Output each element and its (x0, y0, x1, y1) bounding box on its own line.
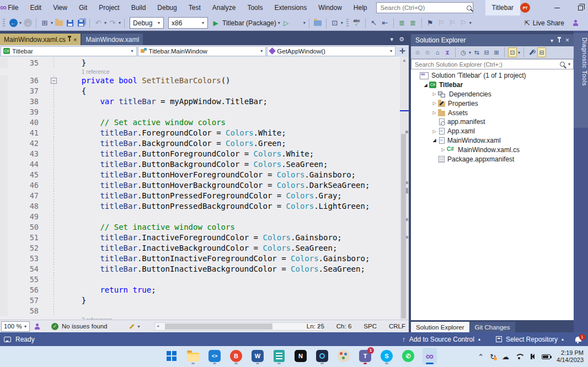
code-line-50[interactable]: 50 // Set inactive window colors (0, 222, 400, 233)
menu-test[interactable]: Test (189, 4, 201, 12)
toolbar-grip[interactable] (346, 19, 349, 28)
line-ending-indicator[interactable]: CRLF (389, 323, 405, 330)
next-bookmark-button[interactable]: ⚐ (447, 18, 457, 28)
tab-mainwindow-xaml-cs[interactable]: MainWindow.xaml.cs × (0, 34, 81, 45)
menu-view[interactable]: View (53, 4, 67, 12)
clear-bookmarks-button[interactable]: ⚐ (458, 18, 468, 28)
menu-debug[interactable]: Debug (157, 4, 177, 12)
visual-studio-icon[interactable]: ∞ (423, 348, 437, 364)
code-line-39[interactable]: 39 (0, 107, 400, 117)
member-dropdown[interactable]: GetAppWindow()▾ (267, 46, 395, 56)
tree-item-package-appxmanifest[interactable]: Package.appxmanifest (411, 154, 574, 164)
notifications-bell-icon[interactable]: 1 (575, 337, 581, 342)
code-line-55[interactable]: 55 (0, 274, 400, 285)
tree-item-assets[interactable]: ▷Assets (411, 108, 574, 117)
battery-icon[interactable] (542, 354, 550, 359)
menu-edit[interactable]: Edit (30, 4, 41, 12)
start-debugging-button[interactable]: ▶ (211, 18, 221, 28)
issues-status[interactable]: No issues found (62, 323, 107, 330)
tree-item-mainwindow-xaml[interactable]: ◢MainWindow.xaml (411, 136, 574, 145)
close-panel-icon[interactable]: × (565, 36, 569, 44)
redo-button[interactable]: ↷ (108, 18, 117, 28)
open-file-button[interactable] (54, 18, 64, 28)
split-window-button[interactable]: ✛ (397, 47, 408, 55)
code-line-53[interactable]: 53 titleBar.ButtonInactiveForegroundColo… (0, 253, 400, 264)
quick-search-input[interactable] (379, 4, 467, 12)
tab-mainwindow-xaml[interactable]: MainWindow.xaml (82, 34, 143, 45)
toolbar-grip[interactable] (3, 19, 5, 28)
line-indicator[interactable]: Ln: 25 (307, 323, 324, 330)
menu-help[interactable]: Help (354, 4, 367, 12)
tab-diagnostic-tools[interactable]: Diagnostic Tools (574, 33, 588, 128)
close-tab-icon[interactable]: × (73, 36, 77, 43)
send-feedback-button[interactable] (570, 18, 580, 28)
redo-dropdown[interactable]: ▾ (119, 20, 121, 25)
skype-icon[interactable]: S (379, 348, 394, 364)
undo-dropdown[interactable]: ▾ (104, 20, 106, 25)
menu-tools[interactable]: Tools (247, 4, 263, 12)
run-target-dropdown[interactable]: ▾ (278, 20, 280, 25)
project-dropdown[interactable]: Titlebar▾ (1, 46, 137, 56)
code-line-43[interactable]: 43 titleBar.ButtonForegroundColor = Colo… (0, 149, 400, 159)
code-line-56[interactable]: 56 return true; (0, 285, 400, 295)
start-icon[interactable] (164, 348, 179, 364)
se-forward-button[interactable]: ⊚ (423, 47, 432, 57)
navigate-forward-button[interactable]: → (23, 18, 33, 28)
find-in-files-button[interactable] (313, 18, 323, 28)
se-switch-views-button[interactable]: ⧗ (443, 47, 452, 57)
window-position-dropdown-icon[interactable]: ▾ (550, 37, 553, 44)
code-line-52[interactable]: 52 titleBar.InactiveBackgroundColor = Co… (0, 243, 400, 253)
menu-window[interactable]: Window (318, 4, 342, 12)
se-show-all-files-toggle[interactable]: ⊡ (508, 47, 517, 57)
se-sync-with-active-document-button[interactable]: ⇆ (472, 47, 481, 57)
increase-indent-button[interactable]: ≣ (408, 18, 418, 28)
scroll-left-icon[interactable]: ◂ (157, 323, 159, 328)
tree-expanded-icon[interactable]: ◢ (422, 83, 429, 88)
se-back-button[interactable]: ⊚ (413, 47, 422, 57)
paint-icon[interactable] (336, 348, 351, 364)
file-explorer-icon[interactable] (186, 348, 200, 364)
code-line-37[interactable]: 37 { (0, 86, 400, 96)
hot-reload-dropdown[interactable]: ▾ (303, 20, 306, 25)
menu-project[interactable]: Project (99, 4, 119, 12)
scrollbar-thumb[interactable] (401, 134, 406, 319)
code-line-45[interactable]: 45 titleBar.ButtonHoverForegroundColor =… (0, 170, 400, 180)
tree-expanded-icon[interactable]: ◢ (431, 138, 438, 143)
solution-explorer-dropdown[interactable]: ▾ (341, 20, 343, 25)
editor-vertical-scrollbar[interactable]: ▲ (400, 57, 409, 320)
code-line-42[interactable]: 42 titleBar.BackgroundColor = Colors.Gre… (0, 138, 400, 149)
tree-collapsed-icon[interactable]: ▷ (431, 91, 438, 96)
code-line-46[interactable]: 46 titleBar.ButtonHoverBackgroundColor =… (0, 180, 400, 191)
codelens-indicator[interactable]: 1 reference (0, 68, 400, 75)
se-filter-dropdown[interactable]: ▾ (469, 50, 471, 55)
code-line-47[interactable]: 47 titleBar.ButtonPressedForegroundColor… (0, 191, 400, 201)
select-element-button[interactable]: ↖ (369, 18, 379, 28)
tree-item-dependencies[interactable]: ▷Dependencies (411, 90, 574, 99)
menu-analyze[interactable]: Analyze (212, 4, 236, 12)
quick-search-box[interactable] (376, 2, 473, 13)
tab-solution-explorer[interactable]: Solution Explorer (411, 322, 469, 332)
search-options-dropdown[interactable]: ▾ (568, 62, 570, 67)
select-repository-caret[interactable]: ▴ (562, 337, 564, 342)
select-repository-button[interactable]: Select Repository (506, 336, 558, 343)
add-to-source-control-button[interactable]: Add to Source Control (409, 336, 474, 343)
column-indicator[interactable]: Ch: 6 (336, 323, 352, 330)
tree-collapsed-icon[interactable]: ▷ (431, 101, 438, 106)
se-pending-changes-filter-button[interactable]: ◷ (459, 47, 468, 57)
code-line-54[interactable]: 54 titleBar.ButtonInactiveBackgroundColo… (0, 264, 400, 274)
code-cleanup-dropdown[interactable]: ▾ (137, 324, 140, 329)
menu-file[interactable]: File (8, 4, 18, 12)
add-to-source-control-caret[interactable]: ▴ (478, 337, 480, 342)
tree-collapsed-icon[interactable]: ▷ (431, 129, 438, 134)
code-line-40[interactable]: 40 // Set active window colors (0, 117, 400, 128)
speaker-icon[interactable] (529, 354, 534, 359)
dark-app-icon[interactable] (315, 348, 329, 364)
code-cleanup-icon[interactable] (130, 323, 135, 328)
tab-git-changes[interactable]: Git Changes (470, 322, 515, 332)
spaces-indicator[interactable]: SPC (364, 323, 377, 330)
notepads-icon[interactable] (272, 348, 286, 364)
configuration-dropdown[interactable]: Debug▾ (130, 17, 164, 29)
code-line-44[interactable]: 44 titleBar.ButtonBackgroundColor = Colo… (0, 159, 400, 170)
scroll-up-icon[interactable]: ▲ (400, 58, 409, 63)
se-preview-selected-button[interactable]: ⊞ (492, 47, 501, 57)
